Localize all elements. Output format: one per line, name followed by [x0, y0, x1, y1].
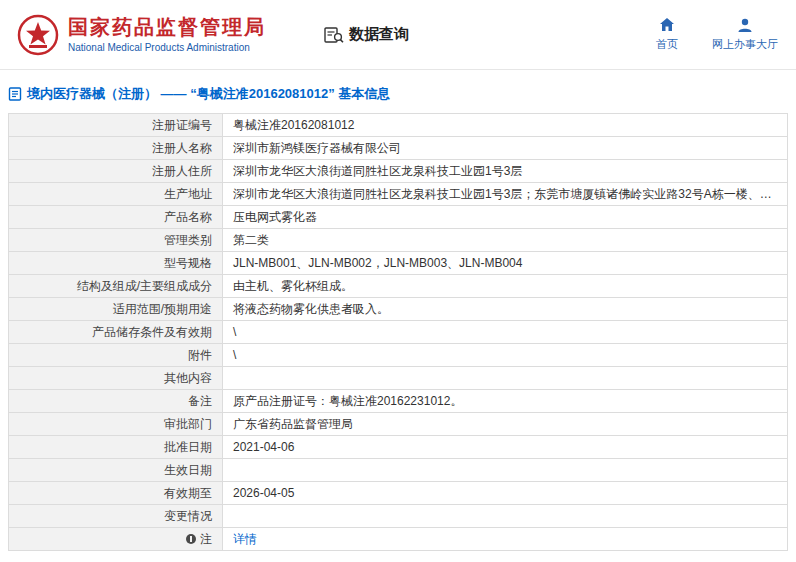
- row-value: 深圳市龙华区大浪街道同胜社区龙泉科技工业园1号3层；东莞市塘厦镇诸佛岭实业路32…: [223, 183, 788, 206]
- table-row: 型号规格JLN-MB001、JLN-MB002，JLN-MB003、JLN-MB…: [9, 252, 788, 275]
- note-icon: [186, 534, 196, 544]
- table-row: 备注原产品注册证号：粤械注准20162231012。: [9, 390, 788, 413]
- data-query-label: 数据查询: [349, 25, 409, 44]
- table-row: 有效期至2026-04-05: [9, 482, 788, 505]
- row-value: 2026-04-05: [223, 482, 788, 505]
- row-label: 附件: [9, 344, 223, 367]
- nav-home-label: 首页: [656, 37, 678, 52]
- row-value: 广东省药品监督管理局: [223, 413, 788, 436]
- table-wrap: 注册证编号粤械注准20162081012注册人名称深圳市新鸿镁医疗器械有限公司注…: [0, 111, 796, 551]
- table-row: 生效日期: [9, 459, 788, 482]
- table-row: 注册人住所深圳市龙华区大浪街道同胜社区龙泉科技工业园1号3层: [9, 160, 788, 183]
- row-value: \: [223, 321, 788, 344]
- row-value: 压电网式雾化器: [223, 206, 788, 229]
- row-value: 2021-04-06: [223, 436, 788, 459]
- row-label: 审批部门: [9, 413, 223, 436]
- row-value: 由主机、雾化杯组成。: [223, 275, 788, 298]
- row-label: 生效日期: [9, 459, 223, 482]
- row-label: 有效期至: [9, 482, 223, 505]
- breadcrumb: 境内医疗器械（注册） —— “粤械注准20162081012” 基本信息: [0, 70, 796, 111]
- person-icon: [737, 17, 753, 33]
- table-row: 产品储存条件及有效期\: [9, 321, 788, 344]
- table-row: 变更情况: [9, 505, 788, 528]
- row-value: 粤械注准20162081012: [223, 114, 788, 137]
- row-label: 注册人名称: [9, 137, 223, 160]
- row-label: 产品名称: [9, 206, 223, 229]
- row-value: 将液态药物雾化供患者吸入。: [223, 298, 788, 321]
- org-name-en: National Medical Products Administration: [68, 42, 266, 54]
- table-row: 注册证编号粤械注准20162081012: [9, 114, 788, 137]
- row-label: 变更情况: [9, 505, 223, 528]
- nav-hall-label: 网上办事大厅: [712, 37, 778, 52]
- national-emblem-icon: [16, 13, 60, 57]
- header: 国家药品监督管理局 National Medical Products Admi…: [0, 0, 796, 70]
- row-label: 管理类别: [9, 229, 223, 252]
- row-label: 其他内容: [9, 367, 223, 390]
- row-label: 注册人住所: [9, 160, 223, 183]
- table-row: 注详情: [9, 528, 788, 551]
- table-row: 适用范围/预期用途将液态药物雾化供患者吸入。: [9, 298, 788, 321]
- row-label: 生产地址: [9, 183, 223, 206]
- document-icon: [8, 87, 22, 101]
- row-label: 备注: [9, 390, 223, 413]
- row-label: 产品储存条件及有效期: [9, 321, 223, 344]
- row-label: 结构及组成/主要组成成分: [9, 275, 223, 298]
- table-row: 生产地址深圳市龙华区大浪街道同胜社区龙泉科技工业园1号3层；东莞市塘厦镇诸佛岭实…: [9, 183, 788, 206]
- table-row: 批准日期2021-04-06: [9, 436, 788, 459]
- nmpa-logo: 国家药品监督管理局 National Medical Products Admi…: [16, 13, 266, 57]
- row-value: 深圳市龙华区大浪街道同胜社区龙泉科技工业园1号3层: [223, 160, 788, 183]
- nav-home[interactable]: 首页: [656, 17, 678, 52]
- row-value: [223, 505, 788, 528]
- table-row: 结构及组成/主要组成成分由主机、雾化杯组成。: [9, 275, 788, 298]
- org-name-cn: 国家药品监督管理局: [68, 16, 266, 39]
- table-row: 附件\: [9, 344, 788, 367]
- row-label: 适用范围/预期用途: [9, 298, 223, 321]
- table-row: 注册人名称深圳市新鸿镁医疗器械有限公司: [9, 137, 788, 160]
- row-value: 详情: [223, 528, 788, 551]
- org-names: 国家药品监督管理局 National Medical Products Admi…: [68, 16, 266, 54]
- table-row: 产品名称压电网式雾化器: [9, 206, 788, 229]
- row-label: 型号规格: [9, 252, 223, 275]
- row-label: 批准日期: [9, 436, 223, 459]
- row-value: JLN-MB001、JLN-MB002，JLN-MB003、JLN-MB004: [223, 252, 788, 275]
- row-value: 第二类: [223, 229, 788, 252]
- row-label: 注册证编号: [9, 114, 223, 137]
- row-value: 原产品注册证号：粤械注准20162231012。: [223, 390, 788, 413]
- home-icon: [659, 17, 675, 33]
- row-value: 深圳市新鸿镁医疗器械有限公司: [223, 137, 788, 160]
- nav-online-hall[interactable]: 网上办事大厅: [712, 17, 778, 52]
- info-table-body: 注册证编号粤械注准20162081012注册人名称深圳市新鸿镁医疗器械有限公司注…: [9, 114, 788, 551]
- row-value: [223, 367, 788, 390]
- page-title: 境内医疗器械（注册） —— “粤械注准20162081012” 基本信息: [27, 85, 390, 103]
- table-row: 管理类别第二类: [9, 229, 788, 252]
- detail-link[interactable]: 详情: [233, 532, 257, 546]
- data-query-title: 数据查询: [324, 25, 409, 44]
- row-label: 注: [9, 528, 223, 551]
- table-row: 其他内容: [9, 367, 788, 390]
- row-value: \: [223, 344, 788, 367]
- data-query-icon: [324, 26, 344, 44]
- info-table: 注册证编号粤械注准20162081012注册人名称深圳市新鸿镁医疗器械有限公司注…: [8, 113, 788, 551]
- table-row: 审批部门广东省药品监督管理局: [9, 413, 788, 436]
- row-value: [223, 459, 788, 482]
